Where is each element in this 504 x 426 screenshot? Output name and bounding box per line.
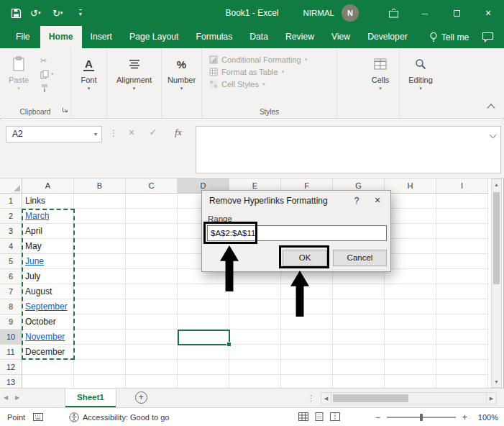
row-header-1[interactable]: 1	[0, 194, 22, 209]
customize-quick-access-toolbar-icon[interactable]: ▾	[79, 9, 82, 17]
row-header-11[interactable]: 11	[0, 345, 22, 360]
column-header-c[interactable]: C	[126, 178, 178, 194]
row-header-7[interactable]: 7	[0, 284, 22, 299]
tab-review[interactable]: Review	[277, 26, 323, 48]
tab-data[interactable]: Data	[241, 26, 277, 48]
column-header-i[interactable]: I	[436, 178, 488, 194]
avatar[interactable]: N	[342, 4, 359, 22]
cell-A2[interactable]: March	[22, 209, 74, 224]
row-header-6[interactable]: 6	[0, 269, 22, 284]
save-icon[interactable]	[7, 4, 24, 22]
tab-page-layout[interactable]: Page Layout	[121, 26, 187, 48]
cancel-button[interactable]: Cancel	[333, 250, 387, 266]
user-name[interactable]: NIRMAL	[303, 9, 334, 17]
cell-A3[interactable]: April	[22, 224, 74, 239]
format-painter-button[interactable]	[40, 83, 54, 93]
row-header-10[interactable]: 10	[0, 330, 22, 345]
cell-A6[interactable]: July	[22, 269, 74, 284]
cells-button[interactable]: Cells ▾	[362, 48, 399, 91]
comment-icon[interactable]	[482, 26, 494, 48]
clipboard-dialog-launcher-icon[interactable]	[62, 103, 68, 116]
cell-A10[interactable]: November	[22, 330, 74, 345]
formula-bar-splitter-icon[interactable]: ⋮	[109, 128, 118, 138]
row-header-8[interactable]: 8	[0, 299, 22, 314]
number-button[interactable]: % Number ▾	[162, 48, 201, 91]
redo-icon[interactable]: ↻	[52, 8, 60, 19]
paste-button[interactable]: Paste ▾	[2, 48, 35, 91]
select-all-corner[interactable]	[0, 178, 22, 194]
formula-input[interactable]	[196, 126, 501, 173]
horizontal-scrollbar-track[interactable]	[331, 392, 486, 404]
collapse-ribbon-icon[interactable]	[487, 104, 495, 112]
page-break-preview-icon[interactable]	[330, 412, 340, 422]
tab-home[interactable]: Home	[40, 26, 82, 48]
zoom-out-icon[interactable]: −	[375, 412, 380, 422]
zoom-in-icon[interactable]: +	[462, 412, 467, 422]
alignment-button[interactable]: Alignment ▾	[107, 48, 161, 91]
tab-developer[interactable]: Developer	[359, 26, 416, 48]
undo-dropdown-icon[interactable]: ▾	[38, 10, 45, 16]
zoom-slider-thumb[interactable]	[420, 414, 423, 421]
scroll-up-icon[interactable]: ▲	[492, 179, 501, 190]
dialog-help-button[interactable]: ?	[350, 194, 363, 207]
horizontal-scrollbar-thumb[interactable]	[333, 394, 408, 402]
sheet-tab-sheet1[interactable]: Sheet1	[65, 389, 116, 407]
column-header-b[interactable]: B	[74, 178, 126, 194]
scroll-left-icon[interactable]: ◀	[321, 392, 331, 404]
cancel-entry-icon[interactable]: ×	[124, 127, 139, 138]
ribbon-display-options-icon[interactable]	[385, 4, 402, 22]
cut-button[interactable]: ✂	[40, 55, 54, 65]
tab-view[interactable]: View	[323, 26, 359, 48]
tell-me[interactable]: Tell me	[429, 26, 469, 48]
cell-A8[interactable]: September	[22, 299, 74, 314]
sheet-nav-right-icon[interactable]: ▶	[12, 389, 23, 407]
row-header-13[interactable]: 13	[0, 375, 22, 388]
undo-icon[interactable]: ↺	[30, 8, 38, 19]
column-header-h[interactable]: H	[385, 178, 436, 194]
row-header-4[interactable]: 4	[0, 239, 22, 254]
name-box[interactable]: A2 ▾	[6, 126, 102, 142]
close-button[interactable]: ×	[472, 0, 504, 26]
dialog-close-button[interactable]: ×	[370, 194, 385, 208]
font-button[interactable]: A Font ▾	[71, 48, 106, 91]
zoom-level[interactable]: 100%	[474, 413, 498, 422]
cell-A5[interactable]: June	[22, 254, 74, 269]
tab-insert[interactable]: Insert	[82, 26, 121, 48]
active-cell-D10[interactable]	[178, 330, 230, 345]
sheet-nav-left-icon[interactable]: ◀	[0, 389, 12, 407]
minimize-button[interactable]: –	[409, 0, 441, 26]
cell-A9[interactable]: October	[22, 314, 74, 330]
cell-styles-button[interactable]: Cell Styles ▾	[202, 78, 336, 90]
page-layout-view-icon[interactable]	[314, 412, 324, 422]
row-header-2[interactable]: 2	[0, 209, 22, 224]
tab-formulas[interactable]: Formulas	[187, 26, 241, 48]
row-header-3[interactable]: 3	[0, 224, 22, 239]
tab-file[interactable]: File	[6, 26, 40, 48]
normal-view-icon[interactable]	[298, 412, 308, 422]
cell-A7[interactable]: August	[22, 284, 74, 299]
new-sheet-button[interactable]: +	[135, 391, 147, 404]
tab-splitter-icon[interactable]: ⋮	[307, 389, 315, 407]
editing-button[interactable]: Editing ▾	[400, 48, 441, 91]
insert-function-icon[interactable]: fx	[170, 127, 187, 138]
enter-entry-icon[interactable]: ✓	[145, 127, 161, 137]
macro-record-icon[interactable]	[33, 413, 43, 421]
maximize-button[interactable]	[441, 0, 472, 26]
formula-bar-expand-icon[interactable]	[490, 132, 497, 139]
conditional-formatting-button[interactable]: Conditional Formatting ▾	[202, 53, 336, 65]
horizontal-scrollbar[interactable]: ◀ ▶	[321, 389, 497, 407]
zoom-slider[interactable]	[387, 417, 456, 418]
vertical-scrollbar-thumb[interactable]	[493, 192, 500, 284]
column-header-a[interactable]: A	[22, 178, 74, 194]
redo-dropdown-icon[interactable]: ▾	[60, 10, 68, 16]
accessibility-status[interactable]: Accessibility: Good to go	[69, 412, 169, 422]
row-header-12[interactable]: 12	[0, 360, 22, 375]
row-header-9[interactable]: 9	[0, 314, 22, 330]
scroll-down-icon[interactable]: ▼	[492, 376, 501, 387]
cell-A4[interactable]: May	[22, 239, 74, 254]
vertical-scrollbar[interactable]: ▲ ▼	[491, 178, 502, 388]
cell-A11[interactable]: December	[22, 345, 74, 360]
cell-A1[interactable]: Links	[22, 194, 74, 209]
format-as-table-button[interactable]: Format as Table ▾	[202, 65, 336, 78]
row-header-5[interactable]: 5	[0, 254, 22, 269]
